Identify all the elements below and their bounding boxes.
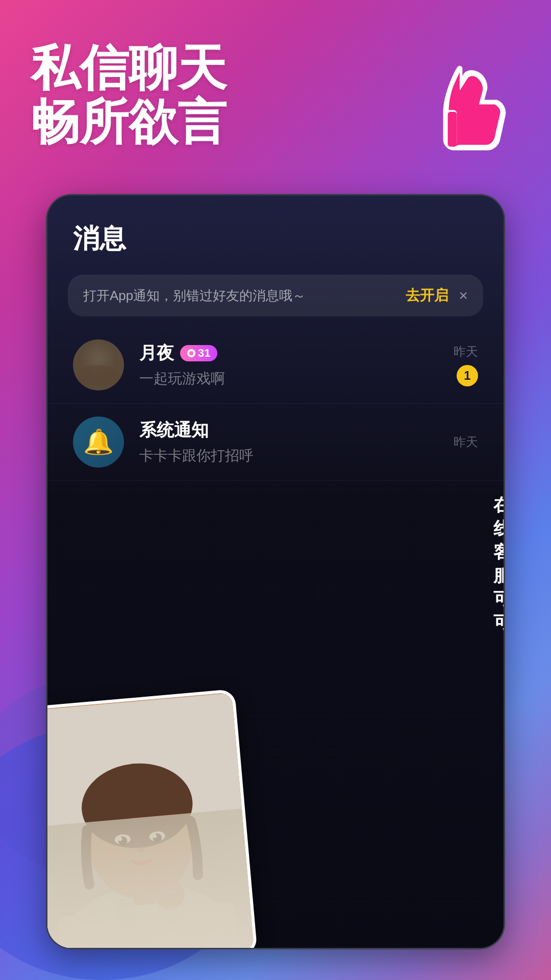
chat-name-service: 在线客服-可可 (493, 494, 504, 634)
notification-text: 打开App通知，别错过好友的消息哦～ (83, 287, 406, 305)
chat-info-yuye: 月夜 31 一起玩游戏啊 (139, 341, 438, 388)
phone-header: 消息 (47, 195, 504, 267)
level-badge-yuye: 31 (180, 345, 217, 361)
header-title-line2: 畅所欲言 (31, 95, 227, 149)
chat-item-yuye[interactable]: 月夜 31 一起玩游戏啊 (47, 327, 504, 404)
chat-name-yuye: 月夜 (139, 341, 174, 365)
notification-actions: 去开启 × (406, 286, 468, 305)
svg-point-17 (103, 847, 126, 863)
header-title-line1: 私信聊天 (31, 41, 227, 95)
bell-icon: 🔔 (83, 428, 114, 456)
avatar-yuye (73, 339, 124, 390)
svg-point-12 (118, 837, 122, 841)
chat-preview-system: 卡卡卡跟你打招呼 (139, 446, 438, 465)
chat-item-service[interactable]: 在线客服-可可 你好呀，请问在使用过程中遇到什么问题呢？ 昨天 (47, 481, 504, 671)
notification-close-button[interactable]: × (459, 288, 468, 303)
chat-time-yuye: 昨天 (454, 344, 478, 360)
chat-meta-system: 昨天 (454, 434, 478, 450)
unread-badge-yuye: 1 (457, 365, 478, 386)
avatar-system: 🔔 (73, 416, 124, 468)
person-photo (47, 692, 254, 948)
level-icon (187, 349, 195, 357)
chat-name-row-system: 系统通知 (139, 419, 438, 442)
svg-point-15 (153, 834, 157, 838)
thumbs-up-icon (418, 61, 510, 153)
svg-point-3 (189, 351, 193, 355)
level-number-yuye: 31 (198, 347, 210, 360)
chat-list: 月夜 31 一起玩游戏啊 (47, 327, 504, 671)
header-text: 私信聊天 畅所欲言 (31, 41, 227, 149)
chat-time-system: 昨天 (454, 434, 478, 450)
photo-card (47, 689, 258, 948)
chat-name-system: 系统通知 (139, 419, 209, 442)
svg-point-10 (114, 834, 131, 845)
svg-point-11 (118, 836, 128, 846)
svg-rect-4 (47, 693, 254, 948)
chat-preview-yuye: 一起玩游戏啊 (139, 369, 438, 388)
svg-point-16 (137, 847, 145, 853)
chat-meta-yuye: 昨天 1 (454, 344, 478, 386)
svg-point-5 (55, 877, 243, 948)
go-enable-button[interactable]: 去开启 (406, 286, 448, 305)
svg-point-22 (154, 880, 186, 910)
svg-rect-19 (57, 902, 239, 948)
background: 私信聊天 畅所欲言 消息 (0, 0, 551, 980)
svg-point-18 (157, 842, 180, 858)
svg-rect-21 (158, 895, 178, 926)
chat-name-row-yuye: 月夜 31 (139, 341, 438, 365)
svg-point-13 (149, 831, 166, 842)
svg-rect-20 (115, 898, 135, 929)
messages-title: 消息 (73, 221, 478, 257)
phone-inner: 消息 打开App通知，别错过好友的消息哦～ 去开启 × (47, 195, 504, 948)
notification-bar[interactable]: 打开App通知，别错过好友的消息哦～ 去开启 × (68, 275, 483, 316)
chat-item-system[interactable]: 🔔 系统通知 卡卡卡跟你打招呼 昨天 (47, 404, 504, 481)
phone-container: 消息 打开App通知，别错过好友的消息哦～ 去开启 × (46, 194, 505, 949)
chat-info-system: 系统通知 卡卡卡跟你打招呼 (139, 419, 438, 465)
svg-rect-6 (130, 864, 158, 906)
svg-point-14 (153, 833, 162, 843)
svg-rect-2 (448, 112, 457, 146)
